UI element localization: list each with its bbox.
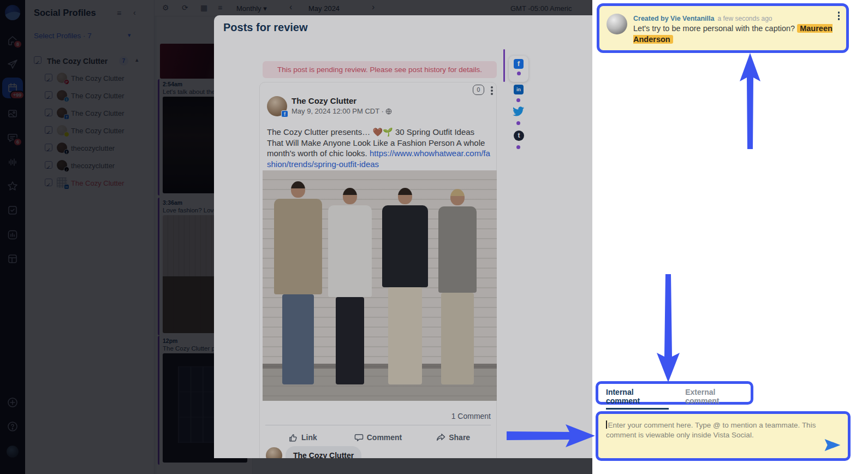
facebook-tab[interactable]: f [509,56,528,82]
post-image [263,170,497,401]
post-image-figure [274,181,322,384]
post-image-figure [328,188,372,384]
comment-input[interactable]: Enter your comment here. Type @ to menti… [596,411,851,461]
twitter-icon [513,106,524,116]
tab-internal-comment[interactable]: Internal comment [606,388,669,410]
share-arrow-icon [436,433,445,442]
comment-time-ago: a few seconds ago [717,15,772,22]
twitter-status-dot [516,121,520,125]
posts-for-review-modal: Posts for review This post is pending re… [214,15,592,458]
post-actions-row: Link Comment Share [265,429,491,446]
tumblr-icon: t [514,131,524,141]
internal-comment-card: Created by Vie Ventanillaa few seconds a… [597,3,849,53]
tab-external-comment[interactable]: External comment [685,388,751,405]
linkedin-status-dot [516,98,520,102]
comment-created-by: Created by Vie Ventanilla [633,15,714,22]
annotation-arrow-right [507,424,595,450]
comment-input-placeholder: Enter your comment here. Type @ to menti… [606,421,816,439]
commenter-avatar [607,14,627,34]
globe-icon [385,108,392,115]
post-image-figure [382,188,428,384]
post-body-text: The Cozy Clutter presents… 🤎🌱 30 Spring … [267,127,492,169]
comments-panel: Created by Vie Ventanillaa few seconds a… [592,0,868,474]
post-preview-card: 0 f The Cozy Clutter May 9, 2024 12:00 P… [259,82,497,458]
linkedin-tab[interactable]: in [514,85,524,94]
share-button[interactable]: Share [415,429,491,446]
reply-author-pill: The Cozy Clutter [286,446,361,458]
post-timestamp: May 9, 2024 12:00 PM CDT · [292,107,392,115]
comment-button[interactable]: Comment [341,429,416,446]
annotation-arrow-down [655,274,681,384]
tumblr-tab[interactable]: t [514,131,524,141]
divider [265,425,491,425]
selected-platform-indicator [503,49,505,82]
comment-options-kebab-icon[interactable] [838,11,840,14]
post-author-name: The Cozy Clutter [292,96,356,105]
send-comment-icon[interactable] [824,439,841,453]
annotation-arrow-up [738,52,762,151]
linkedin-icon: in [514,85,524,94]
comment-text: Let's try to be more personal with the c… [633,23,853,45]
comment-tabs: Internal comment External comment [596,381,753,405]
facebook-icon: f [514,59,524,69]
thumbs-up-icon [289,433,298,442]
vista-social-app: 8 +99 6 [0,0,868,474]
pending-review-banner: This post is pending review. Please see … [263,61,497,78]
comment-summary[interactable]: 1 Comment [451,412,491,420]
facebook-status-dot [517,72,521,75]
post-image-figure [438,189,477,384]
reply-author-avatar [266,447,282,458]
comment-bubble-icon [354,433,364,442]
text-cursor [606,420,607,429]
twitter-tab[interactable] [513,106,524,118]
post-options-kebab-icon[interactable] [491,86,493,88]
facebook-badge-icon: f [281,110,288,117]
post-author-avatar: f [267,96,287,116]
like-button[interactable]: Link [265,429,341,446]
comment-count-bubble[interactable]: 0 [473,85,484,95]
modal-title: Posts for review [223,21,308,34]
tumblr-status-dot [516,145,520,149]
